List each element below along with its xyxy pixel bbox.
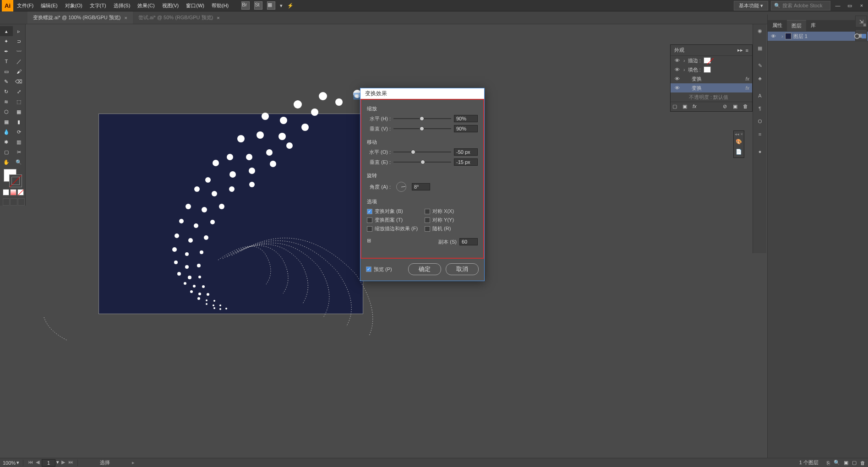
direct-select-tool[interactable]: ▹ — [13, 26, 26, 36]
gpu-icon[interactable]: ⚡ — [287, 3, 294, 9]
status-expand-icon[interactable]: ▸ — [132, 460, 135, 466]
zoom-dropdown[interactable]: 100% ▾ — [3, 460, 19, 466]
chk-random[interactable]: 随机 (R) — [425, 225, 478, 232]
layer-visibility-icon[interactable]: 👁 — [770, 33, 777, 39]
shaper-tool[interactable]: ✎ — [0, 76, 13, 87]
visibility-icon[interactable]: 👁 — [673, 76, 681, 81]
stock-icon[interactable]: St — [254, 1, 262, 10]
curvature-tool[interactable]: 〰 — [13, 46, 26, 56]
selection-tool[interactable]: ▴ — [0, 26, 13, 36]
layer-target-icon[interactable] — [854, 33, 860, 39]
move-h-input[interactable] — [454, 148, 478, 156]
artboard-number[interactable] — [42, 459, 55, 467]
blend-tool[interactable]: ⟳ — [13, 127, 26, 137]
panel-collapse-icon[interactable]: ▸▸ — [737, 47, 743, 53]
type-tool[interactable]: T — [0, 56, 13, 66]
new-sublayer-icon[interactable]: ▣ — [844, 460, 848, 466]
stroke-swatch-none[interactable] — [704, 57, 711, 64]
align-icon[interactable]: ≡ — [753, 128, 767, 141]
panel-menu-icon[interactable]: ≡ — [746, 48, 748, 53]
chk-transform-pat[interactable]: 变换图案 (T) — [367, 217, 420, 223]
close-button[interactable]: × — [857, 1, 866, 10]
visibility-icon[interactable]: 👁 — [673, 58, 681, 63]
tab-libraries[interactable]: 库 — [806, 20, 820, 31]
chk-scale-strokes[interactable]: 缩放描边和效果 (F) — [367, 225, 420, 232]
restore-button[interactable]: ▭ — [845, 1, 854, 10]
mesh-tool[interactable]: ▦ — [0, 117, 13, 127]
appearance-transform2-row[interactable]: 👁 变换 fx — [671, 83, 752, 92]
graph-tool[interactable]: ▥ — [13, 137, 26, 147]
tab-2-close[interactable]: × — [217, 15, 219, 21]
tab-layers[interactable]: 图层 — [787, 20, 806, 31]
menu-file[interactable]: 文件(F) — [13, 2, 37, 9]
properties-icon[interactable]: ◉ — [753, 24, 767, 37]
menu-object[interactable]: 对象(O) — [61, 2, 86, 9]
draw-inside[interactable] — [18, 198, 25, 206]
fill-swatch-white[interactable] — [704, 66, 711, 73]
expand-icon[interactable]: › — [683, 67, 685, 72]
layer-expand-icon[interactable]: › — [781, 33, 783, 39]
chk-transform-obj[interactable]: ✓变换对象 (B) — [367, 208, 420, 215]
tab-1-close[interactable]: × — [124, 15, 127, 21]
swatches-icon[interactable]: 🎨 — [735, 136, 743, 147]
symbols-icon[interactable]: ♣ — [753, 72, 767, 85]
menu-view[interactable]: 视图(V) — [158, 2, 183, 9]
width-tool[interactable]: ≋ — [0, 97, 13, 107]
color-mode-solid[interactable] — [3, 189, 9, 195]
visibility-icon[interactable]: 👁 — [673, 67, 681, 72]
hand-tool[interactable]: ✋ — [0, 157, 13, 167]
search-stock[interactable]: 🔍 搜索 Adobe Stock — [771, 1, 830, 11]
para-icon[interactable]: ¶ — [753, 102, 767, 115]
eraser-tool[interactable]: ⌫ — [13, 76, 26, 87]
cancel-button[interactable]: 取消 — [446, 263, 479, 275]
symbol-sprayer-tool[interactable]: ✱ — [0, 137, 13, 147]
slice-tool[interactable]: ✂ — [13, 147, 26, 157]
menu-window[interactable]: 窗口(W) — [182, 2, 208, 9]
trash-icon[interactable]: 🗑 — [743, 103, 750, 110]
scale-h-slider[interactable] — [393, 118, 451, 119]
appearance-opacity-row[interactable]: 不透明度 : 默认值 — [671, 92, 752, 102]
angle-input[interactable] — [412, 183, 430, 190]
appearance-transform1-row[interactable]: 👁 变换 fx — [671, 74, 752, 83]
new-stroke-icon[interactable]: ▢ — [672, 103, 680, 110]
new-layer-icon[interactable]: ▢ — [852, 460, 857, 466]
clear-icon[interactable]: ⊘ — [723, 103, 730, 110]
brushes-icon[interactable]: ✎ — [753, 59, 767, 72]
free-transform-tool[interactable]: ⬚ — [13, 97, 26, 107]
bridge-icon[interactable]: Br — [241, 1, 250, 10]
gradient-tool[interactable]: ▮ — [13, 117, 26, 127]
find-icon[interactable]: 🔍 — [834, 460, 840, 466]
first-artboard-icon[interactable]: ⏮ — [27, 459, 33, 467]
locate-icon[interactable]: ⎘ — [827, 460, 830, 466]
appearance-fill-row[interactable]: 👁 › 填色 : — [671, 65, 752, 74]
draw-behind[interactable] — [10, 198, 17, 206]
perspective-tool[interactable]: ▦ — [13, 107, 26, 117]
appearance-stroke-row[interactable]: 👁 › 描边 : — [671, 56, 752, 65]
menu-select[interactable]: 选择(S) — [110, 2, 134, 9]
menu-help[interactable]: 帮助(H) — [208, 2, 232, 9]
ok-button[interactable]: 确定 — [408, 263, 441, 275]
opentype-icon[interactable]: O — [753, 115, 767, 128]
stroke-swatch[interactable] — [9, 174, 22, 187]
brush-tool[interactable]: 🖌 — [13, 66, 26, 76]
pen-tool[interactable]: ✒ — [0, 46, 13, 56]
eyedropper-tool[interactable]: 💧 — [0, 127, 13, 137]
menu-edit[interactable]: 编辑(E) — [37, 2, 61, 9]
fill-stroke-swatch[interactable] — [4, 169, 22, 187]
new-fill-icon[interactable]: ▣ — [682, 103, 690, 110]
libraries-icon[interactable]: ▦ — [753, 42, 767, 54]
reference-point-icon[interactable]: ⊞ — [367, 238, 375, 246]
minimize-button[interactable]: — — [833, 1, 842, 10]
artboard-tool[interactable]: ▢ — [0, 147, 13, 157]
move-v-slider[interactable] — [393, 162, 451, 163]
tab-1[interactable]: 变换螺旋.ai* @ 100% (RGB/GPU 预览) × — [27, 11, 133, 24]
menu-text[interactable]: 文字(T) — [86, 2, 110, 9]
scale-v-slider[interactable] — [393, 128, 451, 129]
magic-wand-tool[interactable]: ✦ — [0, 36, 13, 46]
zoom-tool[interactable]: 🔍 — [13, 157, 26, 167]
prev-artboard-icon[interactable]: ◀ — [34, 459, 41, 467]
shape-builder-tool[interactable]: ⬡ — [0, 107, 13, 117]
trash-icon[interactable]: 🗑 — [860, 460, 865, 466]
duplicate-icon[interactable]: ▣ — [733, 103, 740, 110]
color-icon[interactable]: ● — [753, 145, 767, 158]
